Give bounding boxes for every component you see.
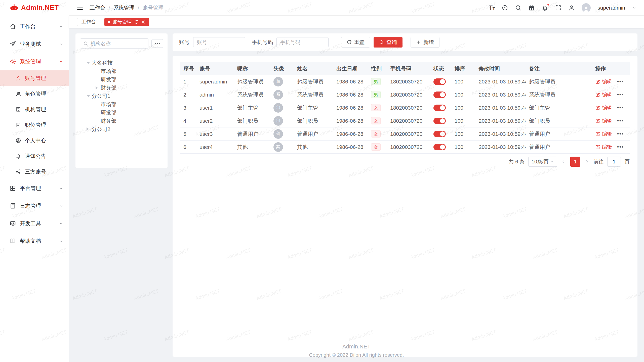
breadcrumb-item[interactable]: 系统管理 xyxy=(113,4,135,11)
tree-node[interactable]: 市场部 xyxy=(80,100,163,108)
tree-node[interactable]: 市场部 xyxy=(80,67,163,75)
org-search-box xyxy=(80,38,148,49)
chevron-down-icon[interactable] xyxy=(632,6,636,10)
edit-button[interactable]: 编辑 xyxy=(595,130,612,137)
tree-node[interactable]: 研发部 xyxy=(80,75,163,83)
next-page-button[interactable] xyxy=(584,159,590,164)
status-toggle[interactable] xyxy=(433,144,446,150)
column-header: 昵称 xyxy=(234,62,270,75)
chevron-down-icon xyxy=(550,160,554,164)
reset-button[interactable]: 重置 xyxy=(341,37,370,48)
cell-nickname: 系统管理员 xyxy=(234,88,270,101)
row-more-button[interactable]: ••• xyxy=(617,79,624,84)
tree-node[interactable]: 研发部 xyxy=(80,108,163,117)
fullscreen-icon[interactable] xyxy=(555,5,561,11)
tree-node[interactable]: 分公司2 xyxy=(80,125,163,133)
edit-button[interactable]: 编辑 xyxy=(595,144,612,150)
status-toggle[interactable] xyxy=(433,78,446,85)
refresh-icon[interactable] xyxy=(134,20,139,24)
sidebar-item-help-docs[interactable]: 帮助文档 xyxy=(0,232,69,250)
sidebar-item-business-test[interactable]: 业务测试 xyxy=(0,35,69,53)
font-size-icon[interactable]: TT xyxy=(489,5,495,11)
table-row: 3 user1 部门主管 部 部门主管 1986-06-28 女 xyxy=(180,101,630,114)
search-icon[interactable] xyxy=(515,5,521,11)
tab-account-management[interactable]: 账号管理 xyxy=(104,18,149,26)
sidebar-item-log-management[interactable]: 日志管理 xyxy=(0,197,69,215)
phone-input[interactable] xyxy=(276,37,329,47)
status-toggle[interactable] xyxy=(433,105,446,111)
app-root: Admin.NET 工作台 业务测试 xyxy=(0,0,644,362)
tree-node-label: 分公司2 xyxy=(92,126,110,133)
add-button[interactable]: 新增 xyxy=(411,37,439,48)
caret-down-icon[interactable] xyxy=(87,95,92,97)
breadcrumb-item[interactable]: 工作台 xyxy=(90,4,105,11)
column-header: 排序 xyxy=(452,62,476,75)
top-header: 工作台 / 系统管理 / 账号管理 TT xyxy=(69,0,644,16)
sidebar-item-role-management[interactable]: 角色管理 xyxy=(0,86,69,102)
edit-button[interactable]: 编辑 xyxy=(595,104,612,111)
row-more-button[interactable]: ••• xyxy=(617,92,624,98)
prev-page-button[interactable] xyxy=(561,159,567,164)
sidebar-item-third-party-account[interactable]: 三方账号 xyxy=(0,164,69,179)
caret-down-icon[interactable] xyxy=(87,62,92,64)
caret-right-icon[interactable] xyxy=(96,86,101,89)
search-button[interactable]: 查询 xyxy=(374,37,403,48)
tree-node[interactable]: 分公司1 xyxy=(80,92,163,100)
logo[interactable]: Admin.NET xyxy=(0,0,69,16)
cell-phone: 18020030720 xyxy=(387,127,430,140)
cell-account: superadmin xyxy=(196,75,234,88)
tree-node[interactable]: 财务部 xyxy=(80,83,163,92)
user-settings-icon[interactable] xyxy=(568,5,575,11)
row-avatar: 其 xyxy=(273,142,283,152)
notification-bell-icon[interactable] xyxy=(542,5,548,11)
chevron-down-icon xyxy=(59,221,64,226)
sidebar-item-account-management[interactable]: 账号管理 xyxy=(0,70,69,86)
status-toggle[interactable] xyxy=(433,92,446,98)
edit-button[interactable]: 编辑 xyxy=(595,78,612,85)
avatar[interactable] xyxy=(582,3,591,12)
goto-page-input[interactable] xyxy=(607,157,621,167)
sidebar-item-workbench[interactable]: 工作台 xyxy=(0,18,69,35)
sidebar-item-system-management[interactable]: 系统管理 xyxy=(0,53,69,70)
target-icon[interactable] xyxy=(502,5,508,11)
sidebar-item-platform-management[interactable]: 平台管理 xyxy=(0,179,69,197)
edit-button[interactable]: 编辑 xyxy=(595,91,612,98)
menu-label: 业务测试 xyxy=(20,40,55,48)
row-more-button[interactable]: ••• xyxy=(617,131,624,137)
close-icon[interactable] xyxy=(141,20,145,24)
status-toggle[interactable] xyxy=(433,131,446,137)
caret-right-icon[interactable] xyxy=(87,127,92,131)
hamburger-menu-icon[interactable] xyxy=(76,4,84,11)
row-more-button[interactable]: ••• xyxy=(617,144,624,150)
tab-workbench[interactable]: 工作台 xyxy=(77,18,100,26)
edit-icon xyxy=(595,145,600,150)
sidebar-item-dev-tools[interactable]: 开发工具 xyxy=(0,215,69,232)
status-toggle[interactable] xyxy=(433,118,446,124)
page-number-current[interactable]: 1 xyxy=(570,157,580,167)
row-more-button[interactable]: ••• xyxy=(617,118,624,124)
page-size-select[interactable]: 10条/页 xyxy=(528,157,557,167)
username[interactable]: superadmin xyxy=(597,5,625,11)
tree-more-button[interactable] xyxy=(151,39,163,48)
tree-node[interactable]: 财务部 xyxy=(80,117,163,125)
sidebar-item-notice-announcement[interactable]: 通知公告 xyxy=(0,148,69,164)
sidebar-item-organization-management[interactable]: 机构管理 xyxy=(0,102,69,117)
sidebar-item-personal-center[interactable]: 个人中心 xyxy=(0,133,69,148)
phone-label: 手机号码 xyxy=(252,39,273,46)
cell-modified-time: 2023-01-03 10:59:44 xyxy=(476,127,526,140)
tree-node[interactable]: 大名科技 xyxy=(80,59,163,67)
sidebar-item-position-management[interactable]: 职位管理 xyxy=(0,117,69,133)
gift-icon[interactable] xyxy=(528,5,535,11)
org-search-input[interactable] xyxy=(91,41,145,47)
breadcrumb-separator: / xyxy=(109,5,110,11)
edit-button[interactable]: 编辑 xyxy=(595,117,612,124)
cell-birthdate: 1986-06-28 xyxy=(333,141,368,153)
cell-status xyxy=(430,75,452,88)
menu-label: 机构管理 xyxy=(25,106,64,113)
cell-nickname: 超级管理员 xyxy=(234,75,270,88)
org-tree: 大名科技 市场部 研发部 财务部 xyxy=(80,59,163,133)
row-more-button[interactable]: ••• xyxy=(617,105,624,111)
row-avatar: 系 xyxy=(273,90,283,100)
menu-label: 工作台 xyxy=(20,23,55,30)
account-input[interactable] xyxy=(193,37,245,47)
